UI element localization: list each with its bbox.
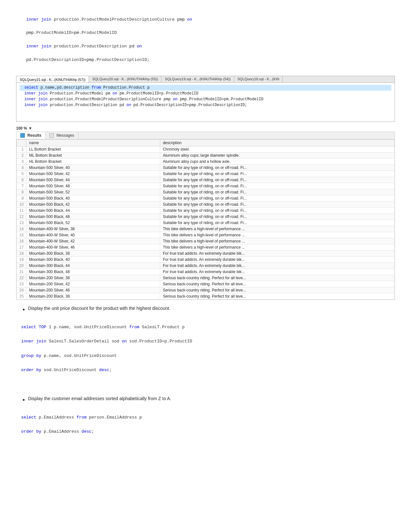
bullet-dot-2: • (23, 396, 25, 404)
cell-name: Mountain-400-W Silver, 38 (26, 226, 160, 232)
table-row: 16Mountain-400-W Silver, 42This bike del… (17, 238, 395, 244)
ssms-tab-bar: SQLQuery21.sql - K...(KINUTHIA\hp (57)) … (16, 76, 395, 83)
bullet-item-1: • Display the unit price discount for th… (23, 306, 395, 313)
table-row: 18Mountain-300 Black, 38For true trail a… (17, 251, 395, 257)
cell-description: Suitable for any type of riding, on or o… (160, 183, 395, 189)
editor-line-4: inner join production.ProductDescription… (20, 102, 391, 108)
table-row: 20Mountain-300 Black, 44For true trail a… (17, 263, 395, 269)
cell-description: Suitable for any type of riding, on or o… (160, 220, 395, 226)
ssms-tab-1[interactable]: SQLQuery21.sql - K...(KINUTHIA\hp (57)) (16, 76, 89, 83)
row-num: 4 (17, 165, 26, 171)
table-row: 25Mountain-200 Black, 38Serious back-cou… (17, 293, 395, 300)
cell-description: This bike delivers a high-level of perfo… (160, 238, 395, 244)
cell-name: Mountain-200 Silver, 46 (26, 287, 160, 293)
table-row: 4Mountain-500 Silver, 40Suitable for any… (17, 165, 395, 171)
ssms-window: SQLQuery21.sql - K...(KINUTHIA\hp (57)) … (16, 76, 395, 122)
table-row: 9Mountain-500 Black, 40Suitable for any … (17, 195, 395, 202)
table-row: 19Mountain-300 Black, 40For true trail a… (17, 257, 395, 263)
cell-name: Mountain-500 Black, 44 (26, 208, 160, 214)
cell-name: Mountain-500 Silver, 42 (26, 171, 160, 177)
results-tab-bar: Results Messages (16, 132, 395, 139)
row-num: 25 (17, 293, 26, 300)
cell-name: Mountain-500 Black, 40 (26, 195, 160, 202)
row-num: 9 (17, 195, 26, 202)
ssms-tab-3[interactable]: SQLQuery19.sql - K...(KINUTHIA\hp (54)) (161, 76, 234, 83)
sql-code-1: select TOP 1 p.name, sod.UnitPriceDiscou… (16, 317, 395, 374)
cell-description: Suitable for any type of riding, on or o… (160, 202, 395, 208)
ssms-editor[interactable]: select p.name,pd.description from Produc… (16, 83, 395, 122)
cell-name: Mountain-500 Silver, 52 (26, 189, 160, 195)
ssms-tab-4[interactable]: SQLQuery18.sql - K...(KIN (234, 76, 283, 83)
cell-name: HL Bottom Bracket (26, 159, 160, 165)
editor-line-1: select p.name,pd.description from Produc… (20, 85, 391, 91)
cell-name: Mountain-300 Black, 48 (26, 269, 160, 275)
table-row: 8Mountain-500 Silver, 52Suitable for any… (17, 189, 395, 195)
cell-name: Mountain-500 Black, 52 (26, 220, 160, 226)
cell-description: Serious back-country riding. Perfect for… (160, 281, 395, 287)
zoom-dropdown-icon[interactable]: ▼ (28, 126, 32, 131)
cell-description: For true trail addicts. An extremely dur… (160, 251, 395, 257)
results-tab-messages[interactable]: Messages (45, 132, 78, 139)
row-num: 24 (17, 287, 26, 293)
cell-name: Mountain-400-W Silver, 42 (26, 238, 160, 244)
cell-description: Aluminum alloy cups; large diameter spin… (160, 153, 395, 159)
table-row: 14Mountain-400-W Silver, 38This bike del… (17, 226, 395, 232)
row-num: 21 (17, 269, 26, 275)
row-num: 17 (17, 244, 26, 251)
results-table-container: name description 1LL Bottom BracketChrom… (16, 139, 395, 300)
results-table-icon (20, 133, 25, 138)
row-num: 7 (17, 183, 26, 189)
cell-description: Serious back-country riding. Perfect for… (160, 275, 395, 281)
cell-name: Mountain-400-W Silver, 40 (26, 232, 160, 238)
results-tab-results[interactable]: Results (16, 132, 45, 139)
cell-description: Suitable for any type of riding, on or o… (160, 177, 395, 183)
table-row: 2ML Bottom BracketAluminum alloy cups; l… (17, 153, 395, 159)
zoom-bar: 100 % ▼ (16, 125, 395, 132)
results-panel: Results Messages name description 1LL Bo… (16, 132, 395, 300)
table-row: 12Mountain-500 Black, 48Suitable for any… (17, 214, 395, 220)
editor-line-3: inner join production.ProductModelProduc… (20, 96, 391, 102)
row-num: 14 (17, 226, 26, 232)
cell-name: Mountain-500 Silver, 40 (26, 165, 160, 171)
top-code-block: inner join production.ProductModelProduc… (16, 10, 395, 70)
cell-description: For true trail addicts. An extremely dur… (160, 269, 395, 275)
cell-description: Chromoly steel. (160, 146, 395, 153)
table-row: 24Mountain-200 Silver, 46Serious back-co… (17, 287, 395, 293)
cell-description: Suitable for any type of riding, on or o… (160, 165, 395, 171)
cell-description: Suitable for any type of riding, on or o… (160, 208, 395, 214)
table-row: 22Mountain-200 Silver, 38Serious back-co… (17, 275, 395, 281)
row-num: 19 (17, 257, 26, 263)
cell-description: This bike delivers a high-level of perfo… (160, 244, 395, 251)
cell-description: Serious back-country riding. Perfect for… (160, 287, 395, 293)
row-num: 5 (17, 171, 26, 177)
cell-description: Suitable for any type of riding, on or o… (160, 171, 395, 177)
cell-description: Aluminum alloy cups and a hollow axle. (160, 159, 395, 165)
table-row: 21Mountain-300 Black, 48For true trail a… (17, 269, 395, 275)
cell-name: Mountain-500 Black, 42 (26, 202, 160, 208)
row-num: 2 (17, 153, 26, 159)
cell-name: ML Bottom Bracket (26, 153, 160, 159)
cell-name: Mountain-500 Silver, 44 (26, 177, 160, 183)
table-row: 15Mountain-400-W Silver, 40This bike del… (17, 232, 395, 238)
table-row: 23Mountain-200 Silver, 42Serious back-co… (17, 281, 395, 287)
sql-code-2: select p.EmailAddress from person.EmailA… (16, 407, 395, 435)
cell-description: This bike delivers a high-level of perfo… (160, 226, 395, 232)
row-num: 20 (17, 263, 26, 269)
cell-description: For true trail addicts. An extremely dur… (160, 263, 395, 269)
messages-icon (49, 133, 54, 138)
cell-name: Mountain-300 Black, 38 (26, 251, 160, 257)
table-row: 11Mountain-500 Black, 44Suitable for any… (17, 208, 395, 214)
row-num: 16 (17, 238, 26, 244)
row-num: 3 (17, 159, 26, 165)
cell-name: Mountain-400-W Silver, 46 (26, 244, 160, 251)
cell-description: Suitable for any type of riding, on or o… (160, 189, 395, 195)
cell-name: Mountain-200 Silver, 42 (26, 281, 160, 287)
row-num: 12 (17, 214, 26, 220)
cell-name: Mountain-300 Black, 44 (26, 263, 160, 269)
cell-description: Suitable for any type of riding, on or o… (160, 195, 395, 202)
row-num: 8 (17, 189, 26, 195)
row-num: 10 (17, 202, 26, 208)
ssms-tab-2[interactable]: SQLQuery20.sql - K...(KINUTHIA\hp (55)) (89, 76, 161, 83)
row-num: 15 (17, 232, 26, 238)
row-num: 13 (17, 220, 26, 226)
